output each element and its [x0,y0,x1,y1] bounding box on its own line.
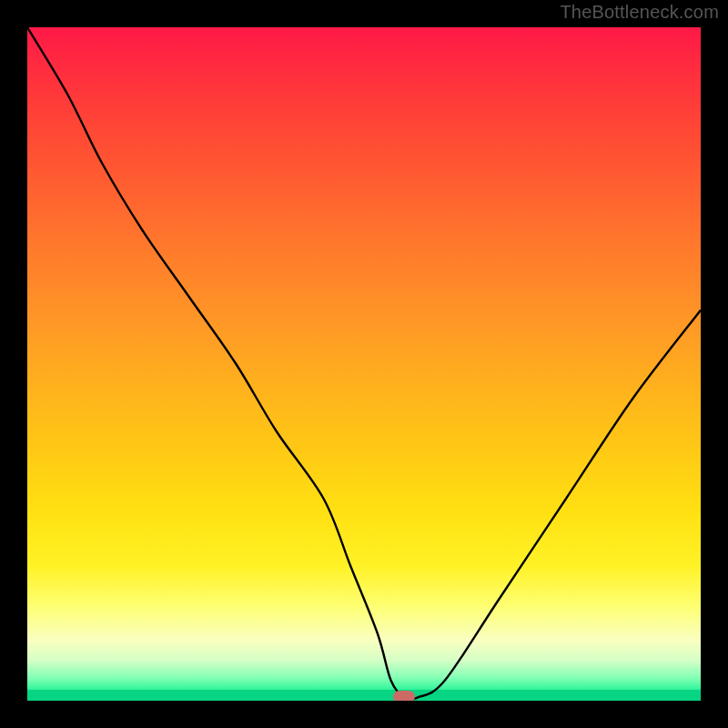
watermark-text: TheBottleneck.com [560,2,719,23]
plot-area [27,27,701,701]
bottleneck-curve [27,27,701,701]
optimal-point-marker [393,691,415,701]
chart-stage: TheBottleneck.com [0,0,728,728]
curve-path [27,27,701,700]
